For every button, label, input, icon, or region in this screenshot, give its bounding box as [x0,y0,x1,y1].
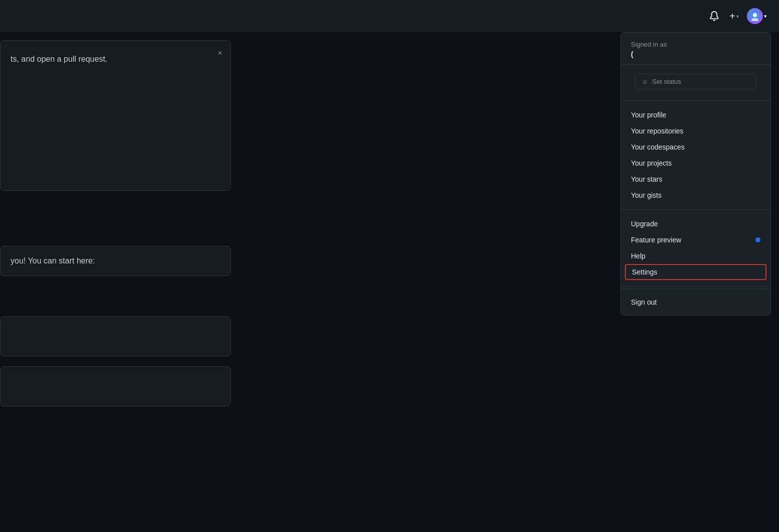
signed-in-label: Signed in as [631,41,760,48]
sign-out-item[interactable]: Sign out [621,293,770,311]
create-new-button[interactable]: + ▾ [729,11,739,22]
user-menu-button[interactable]: ▾ [747,8,767,24]
divider-3 [621,286,770,287]
chevron-down-icon: ▾ [736,14,739,19]
avatar [747,8,763,24]
dropdown-bottom-section: Sign out [621,289,770,315]
menu-item-help[interactable]: Help [621,248,770,264]
dropdown-section-1: Your profile Your repositories Your code… [621,103,770,207]
set-status-wrapper: ☺ Set status [621,65,770,98]
your-stars-label: Your stars [631,175,663,183]
divider-2 [621,209,770,210]
menu-item-your-stars[interactable]: Your stars [621,171,770,187]
notification-bell-icon[interactable] [707,9,721,23]
card2-text: you! You can start here: [11,256,220,265]
menu-item-your-projects[interactable]: Your projects [621,155,770,171]
menu-item-your-profile[interactable]: Your profile [621,107,770,123]
divider-1 [621,100,770,101]
background-card-4 [0,366,231,407]
menu-item-settings[interactable]: Settings [625,264,766,280]
navbar: + ▾ ▾ [0,0,779,32]
help-label: Help [631,252,645,260]
menu-item-feature-preview[interactable]: Feature preview [621,232,770,248]
your-repositories-label: Your repositories [631,127,684,135]
your-gists-label: Your gists [631,191,662,199]
sign-out-label: Sign out [631,298,657,306]
set-status-button[interactable]: ☺ Set status [635,74,756,89]
user-dropdown-menu: Signed in as ( ☺ Set status Your profile… [620,32,771,316]
plus-icon: + [729,11,735,22]
dropdown-section-2: Upgrade Feature preview Help Settings [621,212,770,284]
background-card-2: you! You can start here: [0,246,231,276]
menu-item-your-repositories[interactable]: Your repositories [621,123,770,139]
menu-item-upgrade[interactable]: Upgrade [621,216,770,232]
feature-preview-badge [755,237,760,242]
emoji-icon: ☺ [641,78,648,85]
your-profile-label: Your profile [631,111,666,119]
dropdown-username: ( [631,50,760,58]
menu-item-your-gists[interactable]: Your gists [621,187,770,203]
svg-point-1 [753,13,757,17]
your-codespaces-label: Your codespaces [631,143,685,151]
background-card-3 [0,316,231,356]
card1-text: ts, and open a pull request. [11,55,220,64]
set-status-label: Set status [652,78,681,85]
background-card-1: × ts, and open a pull request. [0,40,231,191]
feature-preview-label: Feature preview [631,236,681,244]
upgrade-label: Upgrade [631,220,658,228]
menu-item-your-codespaces[interactable]: Your codespaces [621,139,770,155]
your-projects-label: Your projects [631,159,672,167]
settings-label: Settings [632,268,658,276]
avatar-chevron-icon: ▾ [764,13,767,20]
dropdown-header: Signed in as ( [621,33,770,65]
close-icon[interactable]: × [218,49,222,58]
